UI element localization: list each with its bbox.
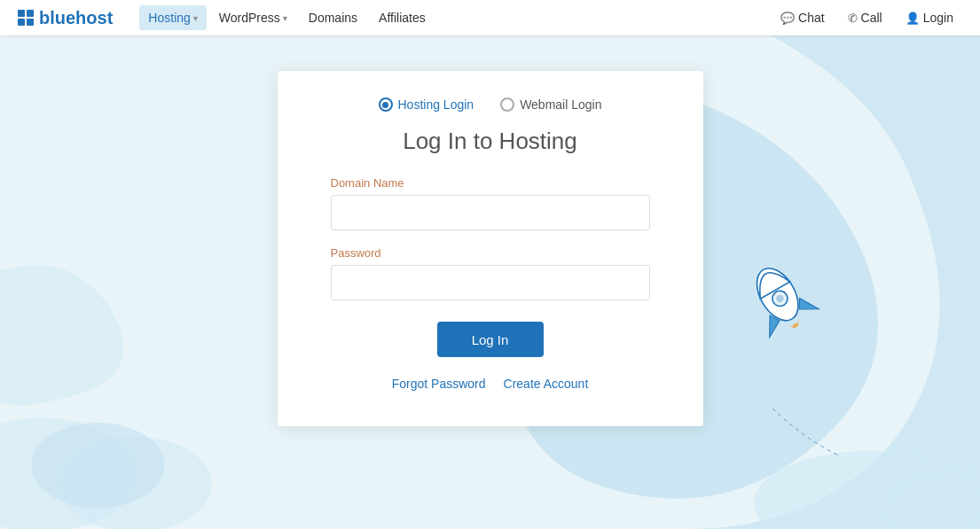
password-input[interactable] xyxy=(331,265,650,300)
main-content: Hosting Login Webmail Login Log In to Ho… xyxy=(0,35,980,529)
login-nav-label: Login xyxy=(923,11,953,25)
radio-selected-icon xyxy=(379,97,393,112)
webmail-login-label: Webmail Login xyxy=(520,97,601,112)
logo-grid-icon xyxy=(18,10,34,26)
call-nav-item[interactable]: ✆ Call xyxy=(839,5,891,30)
nav-links: Hosting ▾ WordPress ▾ Domains Affiliates xyxy=(139,5,772,30)
phone-icon: ✆ xyxy=(848,12,858,25)
hosting-login-label: Hosting Login xyxy=(398,97,474,112)
domain-name-field-group: Domain Name xyxy=(331,176,650,246)
password-label: Password xyxy=(331,246,650,260)
navbar: bluehost Hosting ▾ WordPress ▾ Domains A… xyxy=(0,0,980,35)
radio-inner-dot xyxy=(382,102,388,108)
nav-hosting-label: Hosting xyxy=(148,11,190,25)
chevron-down-icon: ▾ xyxy=(283,13,287,23)
login-title: Log In to Hosting xyxy=(331,128,650,155)
nav-wordpress-label: WordPress xyxy=(219,11,280,25)
domain-label: Domain Name xyxy=(331,176,650,190)
password-field-group: Password xyxy=(331,246,650,316)
brand-name: bluehost xyxy=(39,8,113,28)
login-type-selector: Hosting Login Webmail Login xyxy=(331,97,650,112)
chevron-down-icon: ▾ xyxy=(193,13,198,23)
domain-input[interactable] xyxy=(331,195,650,230)
create-account-link[interactable]: Create Account xyxy=(504,377,589,391)
chat-icon: 💬 xyxy=(780,12,795,25)
brand-logo[interactable]: bluehost xyxy=(18,8,113,28)
nav-wordpress[interactable]: WordPress ▾ xyxy=(210,5,296,30)
radio-unselected-icon xyxy=(500,97,514,112)
nav-affiliates[interactable]: Affiliates xyxy=(370,5,435,30)
nav-hosting[interactable]: Hosting ▾ xyxy=(139,5,206,30)
call-label: Call xyxy=(861,11,882,25)
person-icon: 👤 xyxy=(906,12,920,25)
nav-domains[interactable]: Domains xyxy=(300,5,366,30)
nav-domains-label: Domains xyxy=(309,11,357,25)
nav-right: 💬 Chat ✆ Call 👤 Login xyxy=(772,5,962,30)
nav-affiliates-label: Affiliates xyxy=(379,11,426,25)
footer-links: Forgot Password Create Account xyxy=(331,377,650,391)
login-button[interactable]: Log In xyxy=(437,322,544,357)
hosting-login-radio[interactable]: Hosting Login xyxy=(379,97,474,112)
login-nav-item[interactable]: 👤 Login xyxy=(897,5,962,30)
login-card: Hosting Login Webmail Login Log In to Ho… xyxy=(278,71,703,426)
webmail-login-radio[interactable]: Webmail Login xyxy=(500,97,601,112)
chat-nav-item[interactable]: 💬 Chat xyxy=(772,5,834,30)
chat-label: Chat xyxy=(798,11,825,25)
forgot-password-link[interactable]: Forgot Password xyxy=(392,377,486,391)
